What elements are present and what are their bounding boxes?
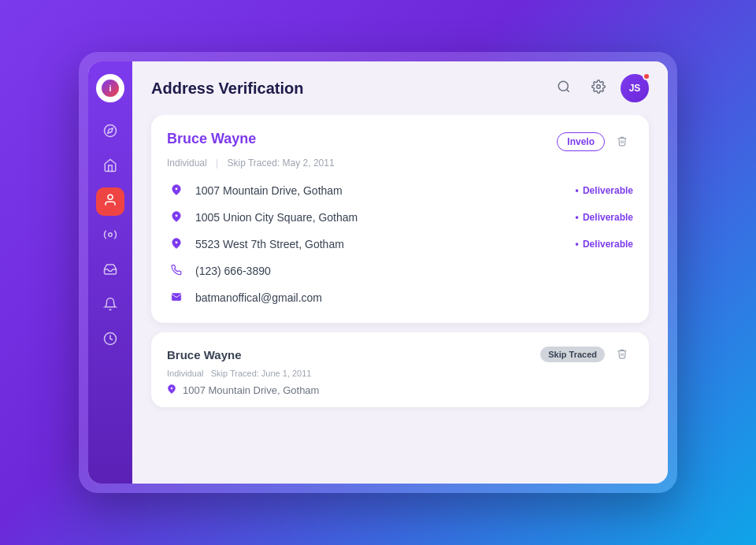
- inbox-icon: [103, 262, 117, 280]
- trash-icon-collapsed: [617, 348, 628, 361]
- record-actions: Invelo: [557, 131, 633, 153]
- app-header: Address Verification JS: [132, 61, 668, 115]
- invelo-badge-button[interactable]: Invelo: [557, 132, 605, 151]
- sidebar-item-location[interactable]: [96, 222, 124, 250]
- skip-traced-badge[interactable]: Skip Traced: [540, 347, 605, 362]
- svg-point-7: [175, 187, 178, 191]
- sidebar-item-compass[interactable]: [96, 118, 124, 146]
- pin-icon-1: [171, 184, 182, 198]
- phone-text: (123) 666-3890: [195, 265, 633, 277]
- sidebar-item-person[interactable]: [96, 187, 124, 216]
- svg-point-10: [171, 387, 173, 390]
- collapsed-record-actions: Skip Traced: [540, 343, 633, 365]
- record-name-primary: Bruce Wayne: [167, 131, 256, 147]
- email-text: batmanoffical@gmail.com: [195, 291, 633, 304]
- email-icon: [171, 291, 182, 305]
- record-card-expanded: Bruce Wayne Invelo: [151, 115, 649, 323]
- address-text-2: 1005 Union City Square, Gotham: [195, 211, 565, 224]
- search-icon: [557, 80, 571, 97]
- user-avatar[interactable]: JS: [621, 74, 649, 102]
- deliverable-badge-1: • Deliverable: [575, 185, 633, 196]
- collapsed-record-name: Bruce Wayne: [167, 348, 241, 361]
- address-text-1: 1007 Mountain Drive, Gotham: [195, 184, 565, 197]
- trash-icon: [617, 135, 628, 149]
- svg-point-9: [175, 241, 178, 244]
- clock-icon: [103, 332, 117, 349]
- sidebar-item-clock[interactable]: [96, 326, 124, 354]
- sidebar-logo: i: [96, 74, 124, 102]
- svg-point-8: [175, 214, 178, 217]
- outer-card: i: [79, 52, 677, 493]
- sidebar-item-bell[interactable]: [96, 291, 124, 320]
- svg-point-6: [597, 85, 601, 89]
- settings-button[interactable]: [586, 76, 611, 101]
- sidebar-item-inbox[interactable]: [96, 257, 124, 285]
- svg-point-4: [558, 81, 568, 91]
- record-meta: Individual | Skip Traced: May 2, 2011: [167, 158, 633, 169]
- person-icon: [103, 193, 117, 210]
- record-items: 1007 Mountain Drive, Gotham • Deliverabl…: [167, 181, 633, 307]
- inner-app: i: [88, 61, 668, 484]
- address-item-1: 1007 Mountain Drive, Gotham • Deliverabl…: [167, 181, 633, 200]
- address-text-3: 5523 West 7th Street, Gotham: [195, 238, 565, 250]
- collapsed-delete-button[interactable]: [611, 343, 633, 365]
- svg-point-0: [105, 125, 117, 137]
- svg-point-1: [108, 195, 113, 199]
- record-delete-button[interactable]: [611, 131, 633, 153]
- sidebar: i: [88, 61, 132, 484]
- home-icon: [103, 158, 117, 176]
- phone-icon: [171, 265, 182, 278]
- pin-icon-3: [171, 238, 182, 251]
- phone-item: (123) 666-3890: [167, 261, 633, 280]
- record-card-collapsed[interactable]: Bruce Wayne Skip Traced: [151, 332, 649, 407]
- header-actions: JS: [551, 74, 649, 102]
- bell-icon: [103, 297, 117, 314]
- app-logo-icon: i: [102, 80, 119, 97]
- address-item-2: 1005 Union City Square, Gotham • Deliver…: [167, 208, 633, 227]
- collapsed-record-meta: Individual Skip Traced: June 1, 2011: [167, 369, 633, 378]
- address-item-3: 5523 West 7th Street, Gotham • Deliverab…: [167, 235, 633, 254]
- avatar-notification-badge: [643, 72, 650, 80]
- pin-icon-collapsed: [167, 384, 176, 396]
- page-title: Address Verification: [151, 80, 551, 98]
- search-button[interactable]: [551, 76, 576, 101]
- content-area: Bruce Wayne Invelo: [132, 115, 668, 484]
- collapsed-record-header: Bruce Wayne Skip Traced: [167, 343, 633, 365]
- gear-icon: [591, 80, 606, 97]
- deliverable-badge-3: • Deliverable: [575, 239, 633, 250]
- sidebar-item-home[interactable]: [96, 153, 124, 181]
- collapsed-address: 1007 Mountain Drive, Gotham: [167, 384, 633, 396]
- collapsed-address-text: 1007 Mountain Drive, Gotham: [183, 384, 319, 396]
- main-content: Address Verification JS: [132, 61, 668, 484]
- compass-icon: [103, 124, 117, 141]
- record-header: Bruce Wayne Invelo: [167, 131, 633, 153]
- svg-line-5: [566, 89, 569, 91]
- pin-icon-2: [171, 211, 182, 224]
- deliverable-badge-2: • Deliverable: [575, 212, 633, 223]
- svg-point-2: [109, 233, 113, 237]
- location-icon: [103, 228, 117, 245]
- email-item: batmanoffical@gmail.com: [167, 288, 633, 307]
